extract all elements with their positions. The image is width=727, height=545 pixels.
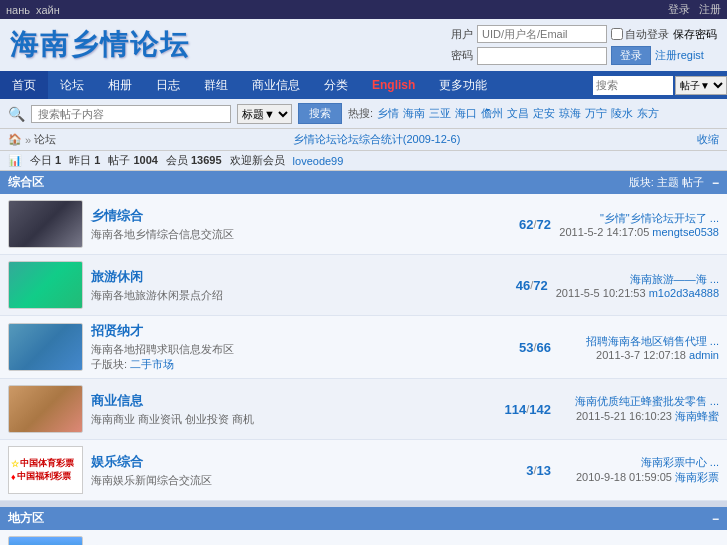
- search-type-select[interactable]: 标题▼: [237, 104, 292, 124]
- forum-stats-1: 62 / 72: [491, 217, 551, 232]
- forum-last-time-2: 2011-5-5 10:21:53 m1o2d3a4888: [556, 287, 719, 299]
- search-tag-2[interactable]: 海南: [403, 106, 425, 121]
- posts-label: 帖子 1004: [108, 153, 158, 168]
- breadcrumb-right-link[interactable]: 乡情论坛论坛综合统计(2009-12-6): [293, 132, 460, 147]
- forum-last-title-5[interactable]: 海南彩票中心 ...: [559, 455, 719, 470]
- top-bar: нань хайн 登录 注册: [0, 0, 727, 19]
- welcome-label: 欢迎新会员: [230, 153, 285, 168]
- pass-label: 密码: [451, 48, 473, 63]
- nav-item-category[interactable]: 分类: [312, 71, 360, 99]
- forum-last-user-5[interactable]: 海南彩票: [675, 471, 719, 483]
- forum-desc-5: 海南娱乐新闻综合交流区: [91, 473, 483, 488]
- home-icon[interactable]: 🏠: [8, 133, 22, 146]
- forum-desc-4: 海南商业 商业资讯 创业投资 商机: [91, 412, 483, 427]
- nav-item-blog[interactable]: 日志: [144, 71, 192, 99]
- search-tag-4[interactable]: 海口: [455, 106, 477, 121]
- nav-search-select[interactable]: 帖子▼: [675, 76, 727, 95]
- nav-item-forum[interactable]: 论坛: [48, 71, 96, 99]
- forum-last-5: 海南彩票中心 ... 2010-9-18 01:59:05 海南彩票: [559, 455, 719, 485]
- new-member-username[interactable]: loveode99: [293, 155, 344, 167]
- auto-login-label: 自动登录: [611, 27, 669, 42]
- forum-last-title-4[interactable]: 海南优质纯正蜂蜜批发零售 ...: [559, 394, 719, 409]
- section2-header: 地方区 −: [0, 507, 727, 530]
- section1-subinfo: 版块: 主题 帖子: [629, 175, 704, 190]
- forum-row: 招贤纳才 海南各地招聘求职信息发布区 子版块: 二手市场 53 / 66 招聘海…: [0, 316, 727, 379]
- forum-thumb-1: [8, 200, 83, 248]
- search-input[interactable]: [31, 105, 231, 123]
- forum-last-user-2[interactable]: m1o2d3a4888: [649, 287, 719, 299]
- search-tag-prefix: 热搜:: [348, 106, 373, 121]
- forum-name-1[interactable]: 乡情综合: [91, 207, 483, 225]
- forum-row: 商业信息 海南商业 商业资讯 创业投资 商机 114 / 142 海南优质纯正蜂…: [0, 379, 727, 440]
- forum-info-5: 娱乐综合 海南娱乐新闻综合交流区: [91, 453, 483, 488]
- uid-input[interactable]: [477, 25, 607, 43]
- search-tag-5[interactable]: 儋州: [481, 106, 503, 121]
- nav-item-home[interactable]: 首页: [0, 71, 48, 99]
- nav-item-commerce[interactable]: 商业信息: [240, 71, 312, 99]
- auto-login-checkbox[interactable]: [611, 28, 623, 40]
- forum-last-title-2[interactable]: 海南旅游——海 ...: [556, 272, 719, 287]
- forum-last-user-4[interactable]: 海南蜂蜜: [675, 410, 719, 422]
- login-button[interactable]: 登录: [611, 46, 651, 65]
- forum-last-title-1[interactable]: "乡情"乡情论坛开坛了 ...: [559, 211, 719, 226]
- today-icon: 📊: [8, 154, 22, 167]
- nav-search: 帖子▼: [593, 76, 727, 95]
- remember-label: 保存密码: [673, 27, 717, 42]
- search-tag-9[interactable]: 万宁: [585, 106, 607, 121]
- search-button[interactable]: 搜索: [298, 103, 342, 124]
- search-tag-6[interactable]: 文昌: [507, 106, 529, 121]
- nav-search-input[interactable]: [593, 76, 673, 95]
- forum-last-time-5: 2010-9-18 01:59:05 海南彩票: [559, 470, 719, 485]
- collapse-all-btn[interactable]: 收缩: [697, 132, 719, 147]
- yesterday-label: 昨日 1: [69, 153, 100, 168]
- forum-row: 乡情综合 海南各地乡情综合信息交流区 62 / 72 "乡情"乡情论坛开坛了 .…: [0, 194, 727, 255]
- forum-last-time-1: 2011-5-2 14:17:05 mengtse0538: [559, 226, 719, 238]
- search-tag-1[interactable]: 乡情: [377, 106, 399, 121]
- forum-desc-extra-3: 子版块: 二手市场: [91, 357, 483, 372]
- forum-last-time-4: 2011-5-21 16:10:23 海南蜂蜜: [559, 409, 719, 424]
- pass-input[interactable]: [477, 47, 607, 65]
- forum-desc-3: 海南各地招聘求职信息发布区: [91, 342, 483, 357]
- search-tag-3[interactable]: 三亚: [429, 106, 451, 121]
- forum-name-4[interactable]: 商业信息: [91, 392, 483, 410]
- search-tag-7[interactable]: 定安: [533, 106, 555, 121]
- members-label: 会员 13695: [166, 153, 222, 168]
- forum-row: ☆中国体育彩票 ♦中国福利彩票 娱乐综合 海南娱乐新闻综合交流区 3 / 13 …: [0, 440, 727, 501]
- forum-last-4: 海南优质纯正蜂蜜批发零售 ... 2011-5-21 16:10:23 海南蜂蜜: [559, 394, 719, 424]
- search-tag-11[interactable]: 东方: [637, 106, 659, 121]
- forum-last-2: 海南旅游——海 ... 2011-5-5 10:21:53 m1o2d3a488…: [556, 272, 719, 299]
- forum-name-5[interactable]: 娱乐综合: [91, 453, 483, 471]
- section1-collapse-btn[interactable]: −: [712, 176, 719, 190]
- forum-list-section2: 海口 海口综合信息交流 21 / 24 海口各类服务信息 ... 2011-3-…: [0, 530, 727, 545]
- forum-info-4: 商业信息 海南商业 商业资讯 创业投资 商机: [91, 392, 483, 427]
- login-uid-row: 用户 自动登录 保存密码: [451, 25, 717, 43]
- forum-stats-5: 3 / 13: [491, 463, 551, 478]
- nav-bar: 首页 论坛 相册 日志 群组 商业信息 分类 English 更多功能 帖子▼: [0, 71, 727, 99]
- nav-item-more[interactable]: 更多功能: [427, 71, 499, 99]
- forum-last-user-1[interactable]: mengtse0538: [652, 226, 719, 238]
- forum-last-title-3[interactable]: 招聘海南各地区销售代理 ...: [559, 334, 719, 349]
- top-bar-right: 登录 注册: [668, 2, 721, 17]
- breadcrumb: 🏠 » 论坛: [8, 132, 56, 147]
- forum-desc-2: 海南各地旅游休闲景点介绍: [91, 288, 480, 303]
- nav-item-group[interactable]: 群组: [192, 71, 240, 99]
- login-pass-row: 密码 登录 注册regist: [451, 46, 717, 65]
- subforum-link-3[interactable]: 二手市场: [130, 358, 174, 370]
- forum-name-3[interactable]: 招贤纳才: [91, 322, 483, 340]
- forum-thumb-4: [8, 385, 83, 433]
- nav-item-english[interactable]: English: [360, 71, 427, 99]
- search-tag-8[interactable]: 琼海: [559, 106, 581, 121]
- forum-name-2[interactable]: 旅游休闲: [91, 268, 480, 286]
- uid-label: 用户: [451, 27, 473, 42]
- forum-last-user-3[interactable]: admin: [689, 349, 719, 361]
- section1-header: 综合区 版块: 主题 帖子 −: [0, 171, 727, 194]
- nav-item-album[interactable]: 相册: [96, 71, 144, 99]
- register-link[interactable]: 注册regist: [655, 48, 704, 63]
- forum-stats-4: 114 / 142: [491, 402, 551, 417]
- forum-info-1: 乡情综合 海南各地乡情综合信息交流区: [91, 207, 483, 242]
- forum-last-3: 招聘海南各地区销售代理 ... 2011-3-7 12:07:18 admin: [559, 334, 719, 361]
- search-tag-10[interactable]: 陵水: [611, 106, 633, 121]
- forum-last-time-3: 2011-3-7 12:07:18 admin: [559, 349, 719, 361]
- login-area: 用户 自动登录 保存密码 密码 登录 注册regist: [451, 25, 717, 65]
- section2-collapse-btn[interactable]: −: [712, 512, 719, 526]
